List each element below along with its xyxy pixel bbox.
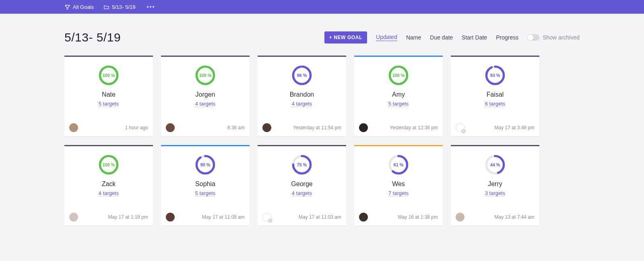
svg-text:90 %: 90 % xyxy=(200,162,211,167)
card-topstrip xyxy=(354,56,443,57)
card-footer: 1 hour ago xyxy=(69,123,148,132)
card-topstrip xyxy=(64,56,153,57)
card-name: Zack xyxy=(102,180,116,188)
card-targets-link[interactable]: 6 targets xyxy=(485,101,506,107)
card-footer: May 13 at 7:44 am xyxy=(456,213,535,222)
svg-text:100 %: 100 % xyxy=(392,73,405,78)
svg-text:96 %: 96 % xyxy=(297,73,307,78)
card-topstrip xyxy=(258,145,346,146)
goal-card[interactable]: 61 %Wes7 targetsMay 16 at 1:38 pm xyxy=(354,145,443,226)
card-targets-link[interactable]: 5 targets xyxy=(195,190,216,197)
card-name: Wes xyxy=(392,180,405,188)
svg-text:100 %: 100 % xyxy=(103,162,115,167)
show-archived-toggle[interactable] xyxy=(527,34,539,41)
page-title: 5/13- 5/19 xyxy=(64,31,121,44)
breadcrumb-root[interactable]: All Goals xyxy=(64,0,99,14)
card-targets-link[interactable]: 4 targets xyxy=(195,101,216,107)
card-timestamp: May 17 at 11:09 am xyxy=(202,214,245,220)
goal-card[interactable]: 93 %Faisal6 targetsMay 17 at 3:49 pm xyxy=(451,56,539,136)
goal-card[interactable]: 100 %Amy5 targetsYesterday at 12:38 pm xyxy=(354,56,443,136)
page: 5/13- 5/19 + NEW GOAL Updated Name Due d… xyxy=(0,14,644,226)
sort-due-date[interactable]: Due date xyxy=(430,34,453,41)
svg-text:44 %: 44 % xyxy=(490,162,500,167)
breadcrumb-folder-label: 5/13- 5/19 xyxy=(112,4,136,10)
card-name: Faisal xyxy=(487,91,504,98)
progress-ring: 93 % xyxy=(484,64,506,86)
card-name: Brandon xyxy=(290,91,314,98)
card-timestamp: Yesterday at 11:54 pm xyxy=(293,125,341,130)
card-targets-link[interactable]: 4 targets xyxy=(292,101,312,107)
card-timestamp: May 13 at 7:44 am xyxy=(495,214,535,220)
card-footer: May 17 at 3:49 pm xyxy=(456,123,535,132)
card-timestamp: May 17 at 3:49 pm xyxy=(495,125,535,130)
card-timestamp: May 17 at 11:03 am xyxy=(299,214,341,220)
card-topstrip xyxy=(451,56,539,57)
avatar[interactable] xyxy=(69,213,78,222)
progress-ring: 100 % xyxy=(194,64,216,86)
card-timestamp: May 17 at 1:19 pm xyxy=(108,214,148,220)
header-controls: + NEW GOAL Updated Name Due date Start D… xyxy=(324,31,580,44)
new-goal-button[interactable]: + NEW GOAL xyxy=(324,31,367,44)
add-owner-icon[interactable] xyxy=(262,213,271,222)
avatar[interactable] xyxy=(456,213,464,222)
avatar[interactable] xyxy=(262,123,271,132)
more-icon[interactable] xyxy=(147,6,154,8)
card-timestamp: May 16 at 1:38 pm xyxy=(398,214,438,220)
card-targets-link[interactable]: 4 targets xyxy=(99,190,119,197)
svg-text:75 %: 75 % xyxy=(297,162,307,167)
progress-ring: 90 % xyxy=(194,154,216,176)
card-targets-link[interactable]: 5 targets xyxy=(388,101,409,107)
card-name: Amy xyxy=(392,91,405,98)
card-footer: Yesterday at 11:54 pm xyxy=(262,123,341,132)
card-footer: May 17 at 1:19 pm xyxy=(69,213,148,222)
goal-grid: 100 %Nate5 targets1 hour ago100 %Jorgen4… xyxy=(64,56,580,226)
goal-card[interactable]: 90 %Sophia5 targetsMay 17 at 11:09 am xyxy=(161,145,250,226)
sort-updated[interactable]: Updated xyxy=(376,34,397,41)
avatar[interactable] xyxy=(166,123,175,132)
goal-card[interactable]: 96 %Brandon4 targetsYesterday at 11:54 p… xyxy=(258,56,346,136)
folder-icon xyxy=(103,4,109,10)
page-header: 5/13- 5/19 + NEW GOAL Updated Name Due d… xyxy=(64,31,580,44)
card-topstrip xyxy=(354,145,443,146)
avatar[interactable] xyxy=(166,213,175,222)
card-targets-link[interactable]: 4 targets xyxy=(292,190,312,197)
card-name: Sophia xyxy=(195,180,215,188)
card-footer: May 16 at 1:38 pm xyxy=(359,213,438,222)
svg-text:93 %: 93 % xyxy=(490,73,500,78)
goal-card[interactable]: 44 %Jerry3 targetsMay 13 at 7:44 am xyxy=(451,145,539,226)
goal-card[interactable]: 100 %Jorgen4 targets8:38 am xyxy=(161,56,250,136)
avatar[interactable] xyxy=(69,123,78,132)
show-archived-label: Show archived xyxy=(543,34,580,41)
card-topstrip xyxy=(64,145,153,146)
goal-card[interactable]: 100 %Nate5 targets1 hour ago xyxy=(64,56,153,136)
card-targets-link[interactable]: 7 targets xyxy=(388,190,409,197)
card-name: Jerry xyxy=(488,180,502,188)
card-topstrip xyxy=(161,56,250,57)
progress-ring: 44 % xyxy=(484,154,506,176)
goal-card[interactable]: 100 %Zack4 targetsMay 17 at 1:19 pm xyxy=(64,145,153,226)
card-targets-link[interactable]: 3 targets xyxy=(485,190,506,197)
avatar[interactable] xyxy=(359,123,368,132)
svg-text:100 %: 100 % xyxy=(199,73,212,78)
avatar[interactable] xyxy=(359,213,368,222)
sort-start-date[interactable]: Start Date xyxy=(462,34,487,41)
show-archived-toggle-wrap: Show archived xyxy=(527,34,580,41)
add-owner-icon[interactable] xyxy=(456,123,464,132)
progress-ring: 96 % xyxy=(291,64,313,86)
card-footer: May 17 at 11:09 am xyxy=(166,213,245,222)
card-targets-link[interactable]: 5 targets xyxy=(99,101,119,107)
topbar: All Goals 5/13- 5/19 xyxy=(0,0,644,14)
trophy-icon xyxy=(64,4,70,10)
svg-text:61 %: 61 % xyxy=(394,162,404,167)
card-name: George xyxy=(291,180,312,188)
breadcrumb-folder[interactable]: 5/13- 5/19 xyxy=(103,0,141,14)
svg-text:100 %: 100 % xyxy=(103,73,115,78)
card-timestamp: Yesterday at 12:38 pm xyxy=(390,125,438,130)
sort-name[interactable]: Name xyxy=(406,34,421,41)
sort-progress[interactable]: Progress xyxy=(496,34,518,41)
progress-ring: 100 % xyxy=(388,64,409,86)
card-footer: May 17 at 11:03 am xyxy=(262,213,341,222)
goal-card[interactable]: 75 %George4 targetsMay 17 at 11:03 am xyxy=(258,145,346,226)
progress-ring: 100 % xyxy=(98,64,120,86)
card-timestamp: 1 hour ago xyxy=(125,125,148,130)
